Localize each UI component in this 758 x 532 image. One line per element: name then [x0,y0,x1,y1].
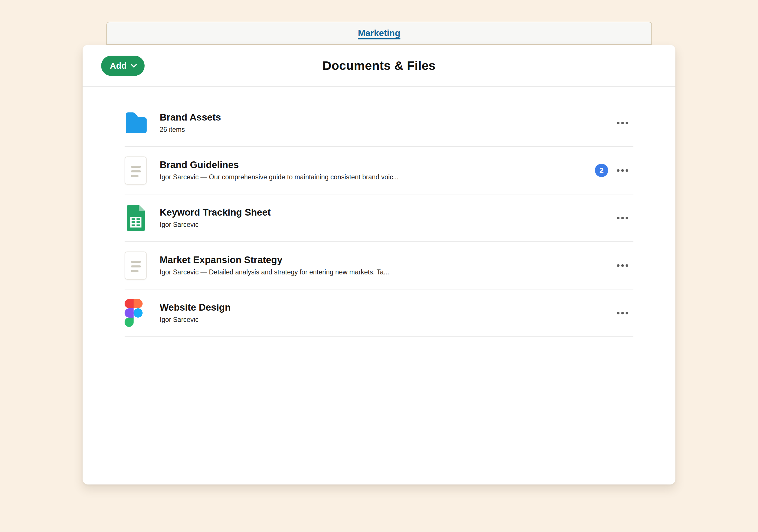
documents-panel: Add Documents & Files Brand Assets 26 it… [83,45,675,484]
ellipsis-dot [626,264,628,267]
item-icon-cell [124,157,160,185]
document-icon [124,252,147,280]
documents-list: Brand Assets 26 items Brand Guidelines I… [83,87,675,337]
ellipsis-dot [617,122,619,124]
add-button-label: Add [110,61,127,71]
item-title[interactable]: Market Expansion Strategy [160,255,616,265]
item-actions [616,213,634,223]
item-title[interactable]: Keyword Tracking Sheet [160,207,616,218]
panel-header: Add Documents & Files [83,45,675,87]
add-button[interactable]: Add [101,55,145,76]
breadcrumb-bar: Marketing [106,22,652,45]
list-item[interactable]: Brand Guidelines Igor Sarcevic — Our com… [83,147,675,194]
item-icon-cell [124,252,160,280]
item-title[interactable]: Brand Guidelines [160,160,595,170]
item-texts: Brand Guidelines Igor Sarcevic — Our com… [160,160,595,181]
item-actions [616,308,634,318]
ellipsis-dot [617,264,619,267]
ellipsis-dot [626,169,628,172]
chevron-down-icon [131,64,137,68]
item-subtitle: Igor Sarcevic [160,316,616,324]
item-title[interactable]: Website Design [160,302,616,313]
ellipsis-dot [621,169,624,172]
item-subtitle: Igor Sarcevic — Our comprehensive guide … [160,173,595,181]
ellipsis-dot [626,122,628,124]
document-icon [124,157,147,185]
item-actions: 2 [595,164,634,177]
item-subtitle: Igor Sarcevic [160,221,616,229]
ellipsis-dot [617,169,619,172]
more-options-button[interactable] [616,308,629,318]
ellipsis-dot [626,217,628,219]
item-actions [616,261,634,270]
item-texts: Market Expansion Strategy Igor Sarcevic … [160,255,616,276]
list-item[interactable]: Keyword Tracking Sheet Igor Sarcevic [83,195,675,241]
figma-icon [124,299,143,327]
ellipsis-dot [621,264,624,267]
comment-count-badge[interactable]: 2 [595,164,608,177]
breadcrumb-link-marketing[interactable]: Marketing [358,28,400,39]
item-texts: Brand Assets 26 items [160,112,616,134]
ellipsis-dot [621,312,624,314]
ellipsis-dot [617,312,619,314]
item-texts: Keyword Tracking Sheet Igor Sarcevic [160,207,616,229]
list-item[interactable]: Brand Assets 26 items [83,99,675,146]
item-actions [616,118,634,128]
item-subtitle: 26 items [160,126,616,134]
list-item[interactable]: Website Design Igor Sarcevic [83,290,675,337]
more-options-button[interactable] [616,166,629,175]
sheets-icon [124,204,147,232]
row-divider [124,337,634,337]
item-icon-cell [124,204,160,232]
item-icon-cell [124,299,160,327]
item-subtitle: Igor Sarcevic — Detailed analysis and st… [160,268,616,276]
ellipsis-dot [621,122,624,124]
item-texts: Website Design Igor Sarcevic [160,302,616,324]
ellipsis-dot [626,312,628,314]
item-title[interactable]: Brand Assets [160,112,616,123]
ellipsis-dot [621,217,624,219]
item-icon-cell [124,111,160,135]
more-options-button[interactable] [616,213,629,223]
list-item[interactable]: Market Expansion Strategy Igor Sarcevic … [83,242,675,289]
ellipsis-dot [617,217,619,219]
page-title: Documents & Files [323,58,435,73]
more-options-button[interactable] [616,261,629,270]
folder-icon [124,111,148,135]
more-options-button[interactable] [616,118,629,128]
